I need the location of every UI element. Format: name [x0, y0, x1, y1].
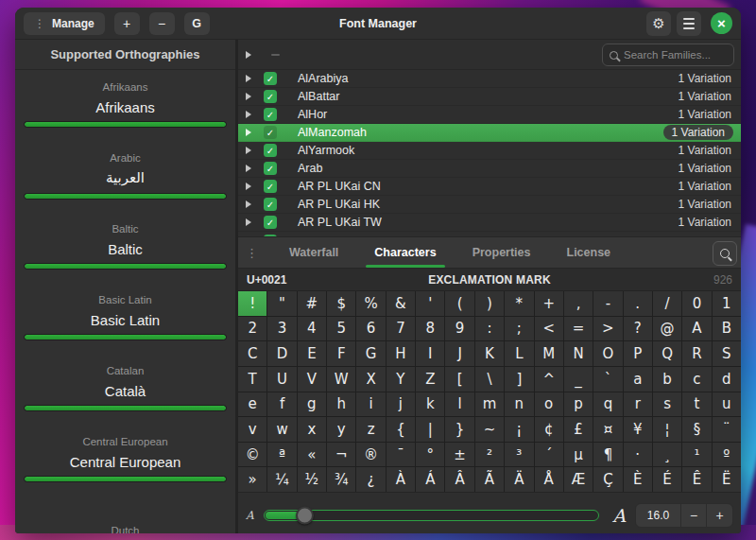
char-cell[interactable]: ¼ [267, 467, 296, 492]
char-cell[interactable]: O [593, 341, 622, 366]
expander-icon[interactable] [246, 111, 251, 118]
font-enabled-checkbox[interactable]: ✓ [264, 162, 277, 175]
char-cell[interactable]: $ [327, 291, 355, 316]
char-cell[interactable]: Ä [505, 467, 533, 492]
font-size-value[interactable]: 16.0 [636, 504, 681, 527]
char-cell[interactable]: k [416, 392, 444, 417]
char-cell[interactable]: ? [624, 317, 652, 341]
char-cell[interactable]: ® [356, 443, 385, 467]
font-family-row[interactable]: ✓AR PL UKai HK1 Variation [238, 196, 741, 214]
font-family-row[interactable]: ✓AlArabiya1 Variation [238, 70, 741, 88]
char-cell[interactable]: ~ [475, 417, 504, 442]
search-families-field[interactable] [602, 44, 734, 66]
char-cell[interactable]: 2 [238, 317, 266, 341]
char-cell[interactable]: 3 [267, 317, 296, 341]
char-cell[interactable]: v [238, 417, 266, 442]
font-family-row[interactable]: ✓AlYarmook1 Variation [238, 142, 741, 160]
char-cell[interactable]: E [298, 341, 326, 366]
char-cell[interactable]: X [356, 367, 385, 392]
char-cell[interactable]: ½ [298, 467, 326, 492]
char-cell[interactable]: ¶ [593, 443, 622, 467]
char-cell[interactable]: º [713, 443, 741, 467]
char-cell[interactable]: ) [475, 291, 504, 316]
char-cell[interactable]: , [564, 291, 593, 316]
font-family-row[interactable]: ✓AR PL UKai CN1 Variation [238, 178, 741, 196]
font-enabled-checkbox[interactable]: ✓ [264, 216, 277, 229]
expander-icon[interactable] [246, 147, 251, 154]
close-button[interactable]: × [711, 12, 732, 34]
char-cell[interactable]: I [416, 341, 444, 366]
char-cell[interactable]: ¥ [624, 417, 652, 442]
char-cell[interactable]: D [267, 341, 296, 366]
font-family-row[interactable]: ✓Arab1 Variation [238, 160, 741, 178]
char-cell[interactable]: z [356, 417, 385, 442]
char-cell[interactable]: W [327, 367, 355, 392]
font-enabled-checkbox[interactable]: ✓ [264, 126, 277, 139]
char-cell[interactable]: b [653, 367, 681, 392]
font-family-row[interactable]: ✓AlBattar1 Variation [238, 88, 741, 106]
char-cell[interactable]: ´ [535, 443, 563, 467]
character-search-button[interactable] [713, 241, 737, 266]
char-cell[interactable]: K [475, 341, 504, 366]
orthography-item[interactable]: Basic LatinBasic Latin [15, 283, 235, 354]
char-cell[interactable]: A [682, 317, 711, 341]
char-cell[interactable]: ' [416, 291, 444, 316]
char-cell[interactable]: ª [267, 443, 296, 467]
char-cell[interactable]: s [653, 392, 681, 417]
char-cell[interactable]: ¤ [593, 417, 622, 442]
add-fonts-button[interactable]: + [114, 12, 140, 35]
char-cell[interactable]: § [682, 417, 711, 442]
char-cell[interactable]: q [593, 392, 622, 417]
char-cell[interactable]: ³ [505, 443, 533, 467]
char-cell[interactable]: N [564, 341, 593, 366]
char-cell[interactable]: - [593, 291, 622, 316]
char-cell[interactable]: ¡ [505, 417, 533, 442]
char-cell[interactable]: F [327, 341, 355, 366]
char-cell[interactable]: h [327, 392, 355, 417]
char-cell[interactable]: [ [445, 367, 473, 392]
tab-waterfall[interactable]: Waterfall [275, 237, 352, 268]
char-cell[interactable]: É [653, 467, 681, 492]
char-cell[interactable]: ¢ [535, 417, 563, 442]
char-cell[interactable]: < [535, 317, 563, 341]
char-cell[interactable]: µ [564, 443, 593, 467]
char-cell[interactable]: 5 [327, 317, 355, 341]
slider-handle[interactable] [296, 507, 314, 525]
char-cell[interactable]: p [564, 392, 593, 417]
char-cell[interactable]: U [267, 367, 296, 392]
font-family-row[interactable]: ✓AlHor1 Variation [238, 106, 741, 124]
char-cell[interactable]: _ [564, 367, 593, 392]
manage-button[interactable]: ⋮ Manage [24, 12, 105, 35]
char-cell[interactable]: Å [535, 467, 563, 492]
char-cell[interactable]: G [356, 341, 385, 366]
char-cell[interactable]: e [238, 392, 266, 417]
char-cell[interactable]: o [535, 392, 563, 417]
char-cell[interactable]: \ [475, 367, 504, 392]
char-cell[interactable]: > [593, 317, 622, 341]
search-families-input[interactable] [624, 49, 727, 61]
char-cell[interactable]: 7 [387, 317, 415, 341]
orthography-item[interactable]: BalticBaltic [15, 212, 235, 283]
expander-icon[interactable] [246, 75, 251, 82]
char-cell[interactable]: Z [416, 367, 444, 392]
orthography-item[interactable]: Dutch [15, 496, 235, 533]
char-cell[interactable]: © [238, 443, 266, 467]
char-cell[interactable]: x [298, 417, 326, 442]
orthography-item[interactable]: AfrikaansAfrikaans [15, 70, 235, 141]
char-cell[interactable]: ¿ [356, 467, 385, 492]
char-cell[interactable]: Â [445, 467, 473, 492]
char-cell[interactable]: ¾ [327, 467, 355, 492]
char-cell[interactable]: ¬ [327, 443, 355, 467]
char-cell[interactable]: C [238, 341, 266, 366]
char-cell[interactable]: ° [416, 443, 444, 467]
app-menu-button[interactable] [677, 11, 701, 36]
char-cell[interactable]: « [298, 443, 326, 467]
remove-fonts-button[interactable]: − [149, 12, 175, 35]
char-cell[interactable]: L [505, 341, 533, 366]
expander-icon[interactable] [246, 129, 251, 136]
char-cell[interactable]: È [624, 467, 652, 492]
char-cell[interactable]: H [387, 341, 415, 366]
expander-icon[interactable] [246, 165, 251, 172]
expander-icon[interactable] [246, 51, 251, 59]
char-cell[interactable]: R [682, 341, 711, 366]
